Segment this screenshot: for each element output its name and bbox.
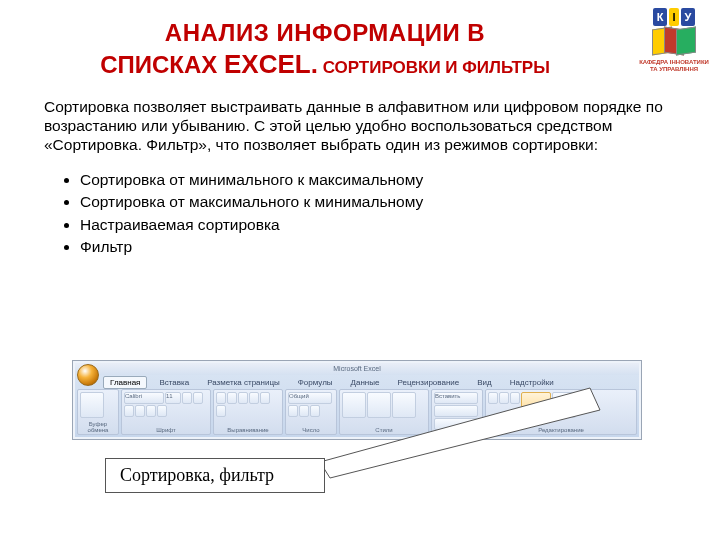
border-icon — [135, 405, 145, 417]
logo-letter-u: У — [681, 8, 695, 26]
list-item: Фильтр — [80, 236, 680, 258]
list-item: Сортировка от минимального к максимально… — [80, 169, 680, 191]
logo-caption: КАФЕДРА ІННОВАТИКИ ТА УПРАВЛІННЯ — [638, 59, 710, 72]
font-name-box: Calibri — [124, 392, 164, 404]
slide-title: АНАЛИЗ ИНФОРМАЦИИ В СПИСКАХ EXCEL. СОРТИ… — [0, 0, 720, 91]
bold-icon — [182, 392, 192, 404]
list-item: Настраиваемая сортировка — [80, 214, 680, 236]
institution-logo: К І У КАФЕДРА ІННОВАТИКИ ТА УПРАВЛІННЯ — [638, 8, 710, 72]
underline-icon — [124, 405, 134, 417]
logo-letter-i: І — [669, 8, 679, 26]
font-color-icon — [157, 405, 167, 417]
logo-book-icon — [652, 28, 696, 56]
group-clipboard: Буфер обмена — [77, 389, 119, 435]
window-title: Microsoft Excel — [75, 363, 639, 375]
svg-marker-0 — [320, 388, 600, 478]
font-size-box: 11 — [165, 392, 181, 404]
intro-paragraph: Сортировка позволяет выстраивать данные … — [0, 91, 720, 155]
tab-home: Главная — [103, 376, 147, 389]
office-button-icon — [77, 364, 99, 386]
logo-letter-k: К — [653, 8, 667, 26]
paste-icon — [80, 392, 104, 418]
bullet-list: Сортировка от минимального к максимально… — [0, 155, 720, 259]
group-font: Calibri 11 Шрифт — [121, 389, 211, 435]
tab-insert: Вставка — [153, 377, 195, 388]
list-item: Сортировка от максимального к минимально… — [80, 191, 680, 213]
callout-label: Сортировка, фильтр — [105, 458, 325, 493]
fill-color-icon — [146, 405, 156, 417]
